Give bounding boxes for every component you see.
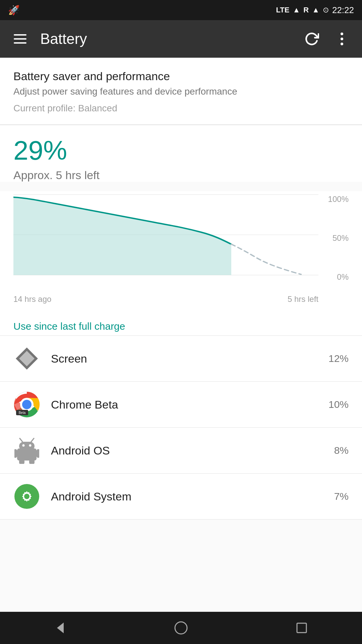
battery-saver-section[interactable]: Battery saver and performance Adjust pow… xyxy=(0,58,362,125)
svg-rect-19 xyxy=(29,459,35,464)
carrier-label: R xyxy=(303,6,309,14)
back-icon xyxy=(54,621,67,635)
main-content: Battery saver and performance Adjust pow… xyxy=(0,58,362,612)
refresh-button[interactable] xyxy=(302,29,322,49)
svg-rect-16 xyxy=(14,449,17,458)
svg-point-13 xyxy=(29,444,32,447)
android-os-label: Android OS xyxy=(51,444,323,457)
chart-x-label-right: 5 hrs left xyxy=(288,294,318,304)
chart-y-label-50: 50% xyxy=(333,233,349,243)
chart-y-label-100: 100% xyxy=(328,195,349,204)
battery-time-left: Approx. 5 hrs left xyxy=(13,169,349,182)
battery-saver-profile: Current profile: Balanced xyxy=(13,103,349,114)
gear-icon xyxy=(19,489,34,504)
screen-label: Screen xyxy=(51,352,318,365)
chart-y-labels: 100% 50% 0% xyxy=(318,191,349,292)
app-icon: 🚀 xyxy=(8,5,20,16)
chart-y-label-0: 0% xyxy=(337,272,349,282)
status-bar: 🚀 LTE ▲ R ▲ ⊙ 22:22 xyxy=(0,0,362,20)
lte-icon: LTE xyxy=(276,6,290,14)
status-icons: LTE ▲ R ▲ ⊙ 22:22 xyxy=(276,5,354,15)
screen-icon xyxy=(14,346,39,371)
chrome-percent: 10% xyxy=(328,399,349,410)
battery-saver-title: Battery saver and performance xyxy=(13,70,349,83)
use-since-section[interactable]: Use since last full charge xyxy=(0,311,362,336)
android-icon xyxy=(14,437,39,464)
android-os-percent: 8% xyxy=(334,445,349,456)
svg-line-15 xyxy=(31,438,34,442)
svg-rect-18 xyxy=(19,459,24,464)
battery-chart-svg xyxy=(13,191,318,282)
back-button[interactable] xyxy=(47,614,74,641)
chart-wrapper: 100% 50% 0% xyxy=(13,191,349,292)
home-icon xyxy=(174,621,188,635)
menu-button[interactable] xyxy=(10,29,30,49)
usage-item-chrome[interactable]: Beta Chrome Beta 10% xyxy=(0,382,362,428)
android-os-icon xyxy=(13,437,40,464)
screen-percent: 12% xyxy=(328,353,349,364)
svg-point-12 xyxy=(22,444,25,447)
chart-svg-area xyxy=(13,191,318,292)
usage-item-android-os[interactable]: Android OS 8% xyxy=(0,428,362,474)
page-title: Battery xyxy=(40,31,292,47)
status-bar-left: 🚀 xyxy=(8,5,272,16)
usage-item-android-system[interactable]: Android System 7% xyxy=(0,474,362,520)
svg-rect-17 xyxy=(37,449,39,458)
android-system-icon xyxy=(14,484,39,509)
use-since-title[interactable]: Use since last full charge xyxy=(13,321,125,332)
svg-point-23 xyxy=(175,622,187,634)
android-system-icon-container xyxy=(13,483,40,510)
nav-bar xyxy=(0,612,362,644)
battery-percentage: 29% xyxy=(13,137,349,164)
usage-list: Screen 12% xyxy=(0,336,362,520)
battery-saver-subtitle: Adjust power saving features and device … xyxy=(13,86,349,97)
app-bar: Battery xyxy=(0,20,362,58)
svg-marker-22 xyxy=(57,623,64,633)
chart-x-labels: 14 hrs ago 5 hrs left xyxy=(13,292,318,304)
usage-item-screen[interactable]: Screen 12% xyxy=(0,336,362,382)
android-system-label: Android System xyxy=(51,490,323,503)
chart-x-label-left: 14 hrs ago xyxy=(13,294,51,304)
chrome-label: Chrome Beta xyxy=(51,398,318,411)
svg-point-7 xyxy=(22,400,32,409)
recents-button[interactable] xyxy=(288,614,315,641)
screen-usage-icon xyxy=(13,345,40,372)
battery-percent-section: 29% Approx. 5 hrs left xyxy=(0,125,362,182)
svg-rect-11 xyxy=(19,442,35,450)
battery-chart-container: 100% 50% 0% 14 hrs ago 5 hrs left xyxy=(0,191,362,311)
svg-line-14 xyxy=(20,438,22,442)
battery-icon: ⊙ xyxy=(323,6,329,14)
time-display: 22:22 xyxy=(332,5,354,15)
svg-rect-24 xyxy=(297,623,306,633)
home-button[interactable] xyxy=(168,614,194,641)
signal-icon-2: ▲ xyxy=(312,6,319,14)
svg-text:Beta: Beta xyxy=(19,411,26,415)
svg-point-21 xyxy=(24,494,29,499)
android-system-percent: 7% xyxy=(334,491,349,502)
signal-icon: ▲ xyxy=(293,6,300,14)
chrome-icon: Beta xyxy=(13,391,40,418)
chrome-usage-icon: Beta xyxy=(13,391,40,418)
more-options-button[interactable] xyxy=(332,29,352,49)
recents-icon xyxy=(295,621,308,635)
